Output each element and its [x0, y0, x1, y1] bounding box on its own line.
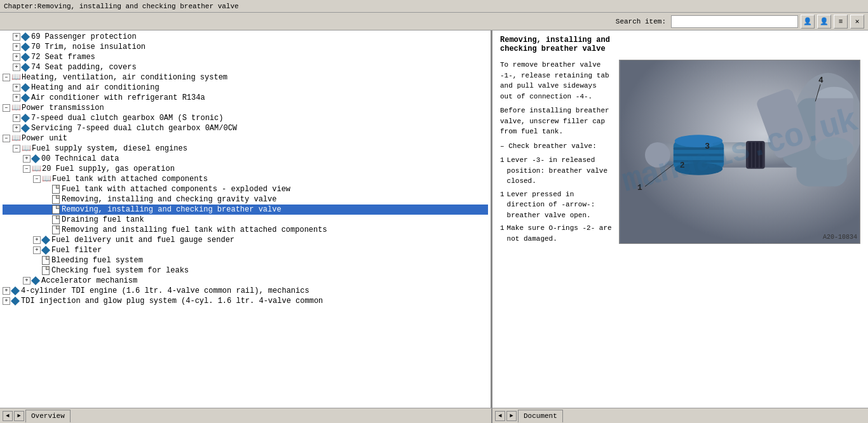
tree-item[interactable]: +Fuel filter	[3, 245, 488, 255]
diamond-icon	[31, 154, 40, 163]
tree-item[interactable]: +Accelerator mechanism	[3, 276, 488, 286]
tree-item[interactable]: Draining fuel tank	[3, 215, 488, 225]
tree-expander[interactable]: –	[13, 145, 20, 152]
tree-expander[interactable]: –	[33, 175, 41, 183]
search-label: Search item:	[616, 18, 666, 25]
tree-container[interactable]: +69 Passenger protection+70 Trim, noise …	[0, 30, 491, 408]
tree-item-label: Removing and installing fuel tank with a…	[62, 225, 327, 234]
status-left: ◄ ► Overview	[0, 408, 492, 423]
tree-item[interactable]: Removing, installing and checking breath…	[3, 205, 488, 215]
toolbar-menu-btn[interactable]: ≡	[834, 15, 848, 29]
tree-item-label: 69 Passenger protection	[31, 32, 137, 41]
status-nav-left[interactable]: ◄	[3, 411, 13, 421]
tree-item[interactable]: –📖Power unit	[3, 133, 488, 144]
status-tab-document[interactable]: Document	[518, 410, 563, 422]
tree-item[interactable]: +4-cylinder TDI engine (1.6 ltr. 4-valve…	[3, 286, 488, 296]
engine-svg: 1 2 3 4	[620, 60, 860, 243]
image-ref: A20-10834	[823, 234, 857, 241]
book-icon: 📖	[11, 134, 20, 143]
svg-point-11	[675, 135, 722, 147]
status-nav-right[interactable]: ►	[14, 411, 24, 421]
tree-item[interactable]: Checking fuel system for leaks	[3, 265, 488, 276]
tree-item-label: 4-cylinder TDI engine (1.6 ltr. 4-valve …	[21, 286, 309, 295]
tree-item-label: Removing, installing and checking breath…	[62, 205, 281, 214]
tree-expander[interactable]: +	[13, 114, 20, 122]
tree-expander[interactable]: +	[23, 277, 31, 285]
tree-expander[interactable]: +	[3, 297, 10, 305]
tree-item[interactable]: +Fuel delivery unit and fuel gauge sende…	[3, 235, 488, 245]
tree-item-label: Heating and air conditioning	[31, 83, 159, 92]
content-bullet-1: – Check breather valve:	[500, 141, 613, 152]
doc-icon	[42, 256, 50, 265]
tree-item[interactable]: –📖Fuel tank with attached components	[3, 174, 488, 184]
tree-item-label: Checking fuel system for leaks	[51, 266, 189, 275]
content-image: 1 2 3 4 manuals.co.uk A20-10834	[619, 60, 860, 244]
tree-item[interactable]: +70 Trim, noise insulation	[3, 42, 488, 52]
doc-icon	[52, 205, 60, 214]
tree-item[interactable]: +Heating and air conditioning	[3, 83, 488, 93]
tree-expander[interactable]: –	[3, 135, 10, 142]
tree-item[interactable]: –📖Power transmission	[3, 103, 488, 113]
diamond-icon	[21, 124, 30, 133]
diamond-icon	[31, 276, 40, 285]
tree-item[interactable]: Fuel tank with attached components - exp…	[3, 184, 488, 194]
tree-expander[interactable]: +	[33, 236, 41, 244]
title-bar: Chapter:Removing, installing and checkin…	[0, 0, 868, 13]
tree-item-label: 70 Trim, noise insulation	[31, 43, 146, 51]
content-step-2: 1 Lever pressed in direction of -arrow-:…	[500, 189, 613, 221]
tree-item[interactable]: Removing, installing and checking gravit…	[3, 194, 488, 205]
tree-expander[interactable]: +	[13, 53, 20, 61]
tree-expander[interactable]: –	[3, 104, 10, 112]
tree-item[interactable]: +00 Technical data	[3, 154, 488, 164]
tree-expander[interactable]: +	[3, 287, 10, 295]
tree-expander[interactable]: –	[23, 165, 31, 173]
tree-expander[interactable]: +	[13, 64, 20, 71]
diamond-icon	[21, 32, 30, 41]
svg-text:2: 2	[680, 161, 685, 170]
tree-expander[interactable]: +	[13, 84, 20, 91]
toolbar-exit-btn[interactable]: ✕	[850, 15, 864, 29]
content-image-wrapper: To remove breather valve -1-, release re…	[500, 60, 860, 246]
status-doc-nav-left[interactable]: ◄	[495, 411, 505, 421]
diamond-icon	[21, 93, 30, 102]
tree-item[interactable]: –📖Fuel supply system, diesel engines	[3, 144, 488, 154]
tree-item[interactable]: Bleeding fuel system	[3, 255, 488, 265]
tree-item[interactable]: +Air conditioner with refrigerant R134a	[3, 93, 488, 103]
tree-item-label: Heating, ventilation, air conditioning s…	[22, 73, 227, 82]
tree-item[interactable]: +Servicing 7-speed dual clutch gearbox 0…	[3, 123, 488, 133]
status-right: ◄ ► Document	[492, 408, 868, 423]
main-layout: +69 Passenger protection+70 Trim, noise …	[0, 30, 868, 408]
tree-expander[interactable]: +	[13, 94, 20, 102]
tree-item[interactable]: +7-speed dual clutch gearbox 0AM (S tron…	[3, 113, 488, 123]
tree-expander[interactable]: +	[13, 33, 20, 41]
toolbar-user2-btn[interactable]: 👤	[817, 15, 831, 29]
tree-item-label: 74 Seat padding, covers	[31, 63, 137, 72]
tree-item[interactable]: –📖20 Fuel supply, gas operation	[3, 164, 488, 174]
doc-icon	[52, 225, 60, 234]
tree-expander[interactable]: +	[13, 43, 20, 51]
diamond-icon	[41, 236, 50, 245]
diamond-icon	[21, 43, 30, 51]
status-tab-overview[interactable]: Overview	[25, 410, 71, 422]
tree-item[interactable]: +TDI injection and glow plug system (4-c…	[3, 296, 488, 306]
book-icon: 📖	[42, 175, 51, 184]
svg-text:4: 4	[818, 76, 824, 85]
toolbar-user-btn[interactable]: 👤	[801, 15, 815, 29]
tree-item[interactable]: +72 Seat frames	[3, 52, 488, 62]
search-input[interactable]	[671, 15, 798, 28]
tree-item-label: Bleeding fuel system	[51, 256, 143, 265]
tree-expander[interactable]: +	[13, 124, 20, 132]
tree-item-label: Fuel filter	[51, 246, 102, 255]
tree-item[interactable]: –📖Heating, ventilation, air conditioning…	[3, 72, 488, 83]
doc-icon	[52, 215, 60, 224]
tree-item[interactable]: Removing and installing fuel tank with a…	[3, 225, 488, 235]
tree-item[interactable]: +69 Passenger protection	[3, 32, 488, 42]
diamond-icon	[41, 246, 50, 255]
tree-item[interactable]: +74 Seat padding, covers	[3, 62, 488, 72]
tree-expander[interactable]: –	[3, 74, 10, 81]
status-doc-nav-right[interactable]: ►	[506, 411, 517, 421]
tree-item-label: TDI injection and glow plug system (4-cy…	[21, 297, 323, 306]
doc-icon	[52, 195, 60, 204]
tree-expander[interactable]: +	[33, 246, 41, 254]
tree-expander[interactable]: +	[23, 155, 31, 163]
